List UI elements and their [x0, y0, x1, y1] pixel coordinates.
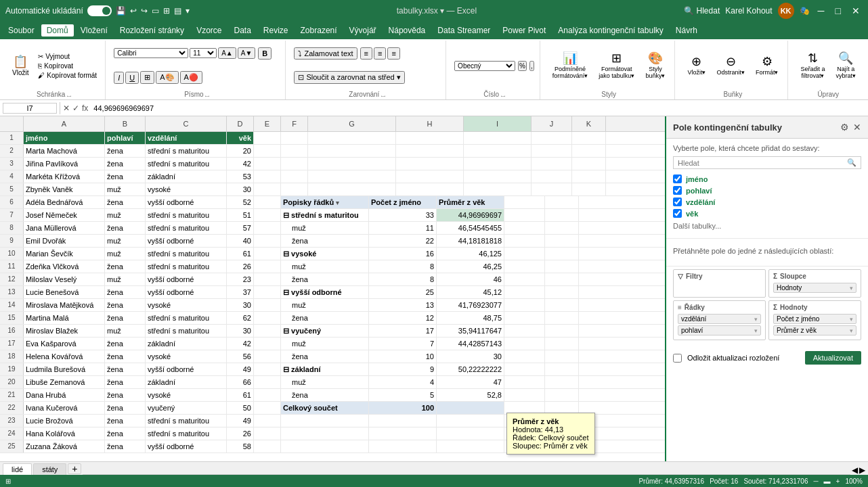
cell-H4[interactable] [396, 170, 464, 183]
col-header-B[interactable]: B [105, 116, 146, 131]
cell-E14[interactable] [254, 299, 281, 311]
col-header-J[interactable]: J [531, 116, 572, 131]
cell-E15[interactable] [254, 312, 281, 324]
cell-G7[interactable]: ⊟ střední s maturitou [281, 209, 369, 221]
cell-E7[interactable] [254, 209, 281, 221]
cell-ref-box[interactable] [3, 103, 57, 114]
update-button[interactable]: Aktualizovat [805, 351, 861, 365]
col-header-G[interactable]: G [308, 116, 396, 131]
cell-H23[interactable] [369, 415, 437, 427]
cell-A12[interactable]: Miloslav Veselý [24, 273, 105, 285]
cell-G4[interactable] [308, 170, 396, 183]
area-sloupce-hodnoty[interactable]: Hodnoty ▾ [773, 283, 856, 293]
row-header-7[interactable]: 7 [0, 209, 24, 221]
cell-J16[interactable] [504, 325, 545, 337]
cell-I24[interactable] [437, 427, 504, 440]
menu-datastreamer[interactable]: Data Streamer [432, 24, 496, 37]
field-vek-checkbox[interactable] [673, 209, 682, 218]
align-center-btn[interactable]: ≡ [374, 47, 386, 60]
cell-D1[interactable]: věk [227, 132, 254, 144]
cell-C10[interactable]: střední s maturitou [146, 248, 227, 260]
number-format-select[interactable]: Obecný [454, 61, 515, 71]
cell-C11[interactable]: střední s maturitou [146, 260, 227, 273]
cell-H13[interactable]: 25 [369, 286, 437, 298]
format-btn[interactable]: ⚙ Formát▾ [752, 54, 783, 77]
add-sheet-button[interactable]: + [68, 463, 81, 474]
cell-I5[interactable] [464, 183, 531, 195]
menu-powerpivot[interactable]: Power Pivot [497, 24, 551, 37]
cell-I25[interactable] [437, 440, 504, 453]
cell-C17[interactable]: základní [146, 338, 227, 350]
cell-E22[interactable] [254, 402, 281, 414]
cell-E20[interactable] [254, 376, 281, 388]
row-header-5[interactable]: 5 [0, 183, 24, 195]
cell-H12[interactable]: 8 [369, 273, 437, 285]
cell-B14[interactable]: žena [105, 299, 146, 311]
row-header-23[interactable]: 23 [0, 415, 24, 427]
menu-zobrazeni[interactable]: Zobrazení [295, 24, 343, 37]
cell-C21[interactable]: vysoké [146, 389, 227, 401]
row-header-24[interactable]: 24 [0, 427, 24, 440]
cell-D12[interactable]: 23 [227, 273, 254, 285]
cell-K9[interactable] [545, 235, 579, 247]
cell-B20[interactable]: žena [105, 376, 146, 388]
cell-G13[interactable]: ⊟ vyšší odborné [281, 286, 369, 298]
cell-K7[interactable] [545, 209, 579, 221]
cell-G18[interactable]: žena [281, 350, 369, 363]
cell-C4[interactable]: základní [146, 170, 227, 183]
cell-I4[interactable] [464, 170, 531, 183]
field-jmeno[interactable]: jméno [673, 173, 861, 185]
cell-A18[interactable]: Helena Kovářová [24, 350, 105, 363]
cell-J7[interactable] [504, 209, 545, 221]
menu-vzorce[interactable]: Vzorce [191, 24, 227, 37]
cell-E16[interactable] [254, 325, 281, 337]
cell-E17[interactable] [254, 338, 281, 350]
cell-K18[interactable] [545, 350, 579, 363]
cell-A8[interactable]: Jana Müllerová [24, 222, 105, 234]
cell-A13[interactable]: Lucie Benešová [24, 286, 105, 298]
percent-btn[interactable]: % [518, 61, 527, 71]
area-radky-pohlavi[interactable]: pohlaví ▾ [678, 325, 761, 335]
cell-A20[interactable]: Libuše Zemanová [24, 376, 105, 388]
cell-D22[interactable]: 50 [227, 402, 254, 414]
underline-btn[interactable]: U [125, 72, 139, 84]
cell-C15[interactable]: střední s maturitou [146, 312, 227, 324]
restore-button[interactable]: □ [833, 5, 844, 16]
cell-J2[interactable] [531, 145, 572, 157]
cell-K19[interactable] [545, 363, 579, 375]
cell-C24[interactable]: střední s maturitou [146, 427, 227, 440]
cell-D16[interactable]: 30 [227, 325, 254, 337]
cell-E6[interactable] [254, 196, 281, 208]
cell-G8[interactable]: muž [281, 222, 369, 234]
cell-E21[interactable] [254, 389, 281, 401]
cell-H1[interactable] [396, 132, 464, 144]
find-select-btn[interactable]: 🔍 Najít a vybrat▾ [831, 51, 860, 80]
cell-J5[interactable] [531, 183, 572, 195]
cell-H20[interactable]: 4 [369, 376, 437, 388]
page-view-icon[interactable]: ⊞ [163, 6, 170, 16]
cell-F2[interactable] [281, 145, 308, 157]
italic-btn[interactable]: I [114, 72, 124, 84]
cell-I17[interactable]: 44,42857143 [437, 338, 504, 350]
cell-D14[interactable]: 30 [227, 299, 254, 311]
cell-I22-total[interactable] [437, 402, 504, 414]
col-header-I[interactable]: I [464, 116, 531, 131]
undo-icon[interactable]: ↩ [130, 6, 137, 16]
search-box-titlebar[interactable]: 🔍 Hledat [684, 6, 720, 16]
cell-J6[interactable] [504, 196, 545, 208]
cell-K5[interactable] [572, 183, 606, 195]
remove-vzdelani-icon[interactable]: ▾ [754, 316, 758, 323]
cell-A5[interactable]: Zbyněk Vaněk [24, 183, 105, 195]
cell-E5[interactable] [254, 183, 281, 195]
border-btn[interactable]: ⊞ [140, 71, 154, 84]
zoom-out-icon[interactable]: ─ [813, 478, 818, 485]
cell-C7[interactable]: střední s maturitou [146, 209, 227, 221]
cell-G23[interactable] [281, 415, 369, 427]
cell-I13[interactable]: 45,12 [437, 286, 504, 298]
cell-H21[interactable]: 5 [369, 389, 437, 401]
field-jmeno-checkbox[interactable] [673, 175, 682, 183]
cell-K8[interactable] [545, 222, 579, 234]
cell-C20[interactable]: základní [146, 376, 227, 388]
cell-G24[interactable] [281, 427, 369, 440]
cell-D7[interactable]: 51 [227, 209, 254, 221]
